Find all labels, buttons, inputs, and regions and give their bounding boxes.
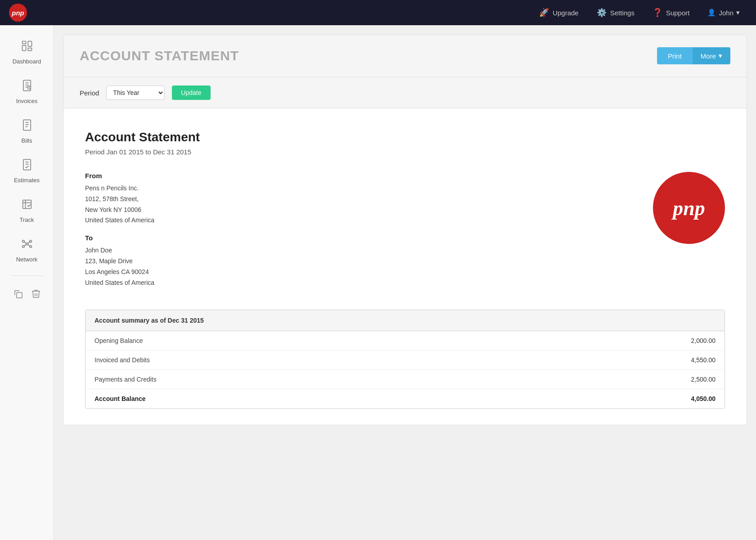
summary-row-invoiced: Invoiced and Debits 4,550.00 [86, 351, 724, 370]
from-company: Pens n Pencils Inc. [85, 183, 154, 194]
user-chevron-icon: ▾ [736, 9, 740, 17]
page-title: ACCOUNT STATEMENT [80, 48, 239, 63]
top-nav-items: 🚀 Upgrade ⚙️ Settings ❓ Support 👤 John ▾ [532, 4, 747, 21]
sidebar-item-dashboard[interactable]: Dashboard [7, 34, 47, 70]
account-balance-label: Account Balance [94, 395, 146, 402]
to-address1: 123, Maple Drive [85, 256, 154, 267]
summary-row-payments: Payments and Credits 2,500.00 [86, 370, 724, 389]
update-button[interactable]: Update [172, 86, 210, 100]
from-address3: United States of America [85, 215, 154, 226]
invoiced-debits-value: 4,550.00 [691, 356, 716, 364]
invoiced-debits-label: Invoiced and Debits [94, 356, 150, 364]
from-address2: New York NY 10006 [85, 205, 154, 216]
content-card: ACCOUNT STATEMENT Print More ▾ Period Th… [63, 34, 747, 425]
summary-table: Account summary as of Dec 31 2015 Openin… [85, 310, 725, 409]
svg-line-28 [24, 244, 26, 246]
document-period: Period Jan 01 2015 to Dec 31 2015 [85, 148, 725, 156]
content-header: ACCOUNT STATEMENT Print More ▾ [63, 35, 747, 77]
header-buttons: Print More ▾ [657, 47, 730, 64]
copy-icon[interactable] [13, 288, 23, 302]
payments-credits-label: Payments and Credits [94, 376, 157, 383]
account-balance-value: 4,050.00 [691, 395, 716, 402]
sidebar-bottom-actions [7, 283, 47, 307]
svg-rect-0 [22, 41, 26, 44]
sidebar-item-track[interactable]: Track [7, 193, 47, 229]
svg-point-25 [29, 246, 32, 248]
sidebar-item-network[interactable]: Network [7, 232, 47, 268]
document-addresses: From Pens n Pencils Inc. 1012, 578th Str… [85, 172, 725, 288]
svg-rect-3 [28, 48, 32, 51]
settings-button[interactable]: ⚙️ Settings [590, 4, 642, 21]
estimates-icon [21, 158, 33, 174]
svg-line-29 [28, 244, 30, 246]
document-title: Account Statement [85, 130, 725, 144]
period-select[interactable]: This Year Last Year Last Month This Mont… [106, 86, 165, 100]
print-button[interactable]: Print [657, 47, 693, 64]
invoices-icon [21, 79, 33, 95]
support-icon: ❓ [652, 8, 662, 18]
period-label: Period [80, 89, 99, 97]
to-address3: United States of America [85, 278, 154, 288]
period-bar: Period This Year Last Year Last Month Th… [63, 77, 747, 108]
sidebar-item-invoices[interactable]: Invoices [7, 74, 47, 110]
support-button[interactable]: ❓ Support [645, 4, 697, 21]
main-content: ACCOUNT STATEMENT Print More ▾ Period Th… [54, 25, 756, 540]
svg-rect-1 [22, 45, 26, 51]
sidebar: Dashboard Invoices Bills [0, 25, 54, 540]
svg-rect-30 [17, 292, 22, 298]
upgrade-button[interactable]: 🚀 Upgrade [532, 4, 586, 21]
svg-point-21 [26, 243, 28, 245]
sidebar-item-bills[interactable]: Bills [7, 113, 47, 149]
from-address1: 1012, 578th Street, [85, 194, 154, 205]
upgrade-icon: 🚀 [539, 8, 549, 18]
top-navigation: pnp 🚀 Upgrade ⚙️ Settings ❓ Support 👤 Jo… [0, 0, 756, 25]
address-section: From Pens n Pencils Inc. 1012, 578th Str… [85, 172, 154, 288]
svg-rect-15 [23, 159, 30, 170]
opening-balance-label: Opening Balance [94, 337, 143, 344]
payments-credits-value: 2,500.00 [691, 376, 716, 383]
summary-heading: Account summary as of Dec 31 2015 [94, 317, 204, 324]
opening-balance-value: 2,000.00 [691, 337, 716, 344]
more-chevron-icon: ▾ [719, 52, 722, 60]
user-icon: 👤 [707, 9, 716, 17]
svg-line-26 [24, 242, 26, 243]
more-button[interactable]: More ▾ [693, 47, 730, 64]
network-icon [21, 238, 33, 253]
svg-point-23 [29, 240, 32, 243]
svg-point-22 [22, 240, 24, 243]
summary-row-opening: Opening Balance 2,000.00 [86, 331, 724, 351]
sidebar-item-estimates[interactable]: Estimates [7, 153, 47, 189]
app-logo: pnp [9, 4, 27, 22]
track-icon [21, 198, 33, 214]
trash-icon[interactable] [31, 288, 41, 302]
to-address2: Los Angeles CA 90024 [85, 267, 154, 278]
to-heading: To [85, 234, 154, 242]
dashboard-icon [21, 40, 33, 55]
bills-icon [21, 119, 33, 135]
company-logo: pnp [653, 172, 725, 244]
svg-point-24 [22, 246, 24, 248]
svg-line-27 [28, 242, 30, 243]
from-address: From Pens n Pencils Inc. 1012, 578th Str… [85, 172, 154, 226]
settings-icon: ⚙️ [597, 8, 607, 18]
document-area: Account Statement Period Jan 01 2015 to … [63, 108, 747, 425]
svg-rect-11 [23, 120, 30, 130]
summary-header: Account summary as of Dec 31 2015 [86, 310, 724, 331]
sidebar-divider [11, 275, 43, 276]
to-name: John Doe [85, 245, 154, 256]
svg-rect-18 [22, 200, 31, 209]
svg-rect-2 [28, 41, 32, 47]
user-menu[interactable]: 👤 John ▾ [700, 5, 747, 20]
to-address: To John Doe 123, Maple Drive Los Angeles… [85, 234, 154, 288]
from-heading: From [85, 172, 154, 180]
summary-row-total: Account Balance 4,050.00 [86, 389, 724, 408]
